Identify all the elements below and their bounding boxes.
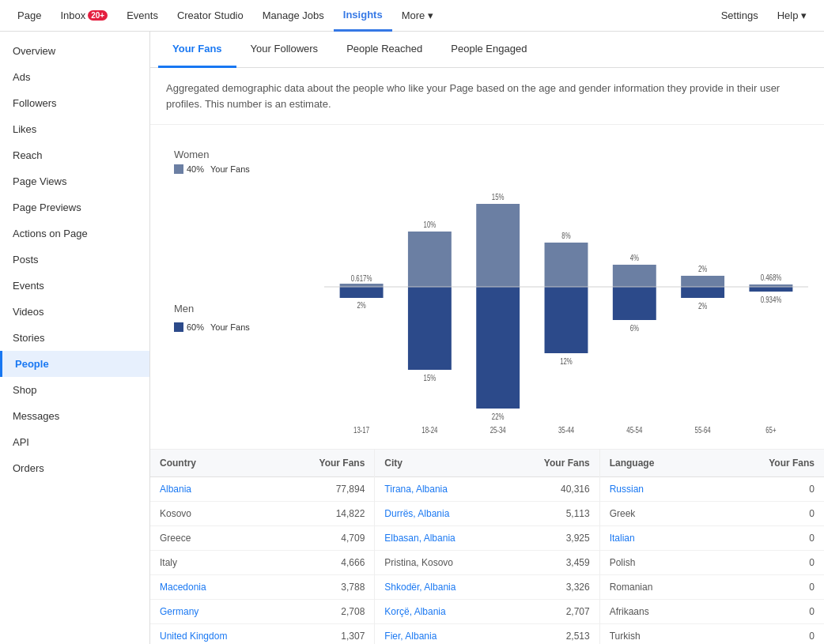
city-cell[interactable]: Tirana, Albania — [375, 477, 505, 502]
svg-rect-20 — [613, 265, 656, 287]
sidebar-item-people[interactable]: People — [0, 351, 149, 377]
city-cell[interactable]: Korçë, Albania — [375, 600, 505, 624]
table-row: Pristina, Kosovo3,459 — [375, 551, 599, 575]
svg-rect-25 — [681, 276, 724, 287]
language-cell: Greek — [600, 502, 712, 526]
country-cell: Greece — [150, 526, 297, 551]
language-table: Language Your Fans Russian0Greek0Italian… — [600, 450, 824, 644]
sidebar-item-messages[interactable]: Messages — [0, 403, 149, 429]
table-row: Macedonia3,788 — [150, 575, 374, 600]
table-row: Tirana, Albania40,316 — [375, 477, 599, 502]
svg-rect-0 — [340, 284, 384, 287]
table-row: Afrikaans0 — [600, 600, 824, 624]
sidebar-item-likes[interactable]: Likes — [0, 116, 149, 142]
fans-cell: 0 — [712, 526, 824, 551]
fans-cell: 2,513 — [505, 624, 599, 645]
sidebar-item-overview[interactable]: Overview — [0, 38, 149, 64]
tab-your-followers[interactable]: Your Followers — [236, 32, 333, 68]
country-cell[interactable]: Albania — [150, 477, 297, 502]
table-row: Germany2,708 — [150, 600, 374, 624]
nav-page[interactable]: Page — [8, 0, 51, 32]
city-cell[interactable]: Fier, Albania — [375, 624, 505, 645]
country-cell[interactable]: United Kingdom — [150, 624, 297, 645]
table-row: Fier, Albania2,513 — [375, 624, 599, 645]
sidebar-item-api[interactable]: API — [0, 429, 149, 455]
language-cell[interactable]: Italian — [600, 526, 712, 551]
svg-text:18-24: 18-24 — [421, 426, 437, 435]
table-row: Durrës, Albania5,113 — [375, 502, 599, 526]
table-row: Albania77,894 — [150, 477, 374, 502]
language-table-block: Language Your Fans Russian0Greek0Italian… — [600, 450, 824, 644]
nav-insights[interactable]: Insights — [334, 0, 392, 32]
bar-chart-svg: 0.617% 2% 13-17 10% 15% 18-24 — [324, 133, 808, 441]
fans-cell: 1,307 — [297, 624, 374, 645]
table-row: Russian0 — [600, 477, 824, 502]
nav-help[interactable]: Help ▾ — [768, 0, 816, 32]
sidebar-item-followers[interactable]: Followers — [0, 90, 149, 116]
city-cell[interactable]: Durrës, Albania — [375, 502, 505, 526]
svg-rect-12 — [476, 287, 520, 409]
sidebar-item-events[interactable]: Events — [0, 273, 149, 299]
language-cell: Afrikaans — [600, 600, 712, 624]
women-legend-box — [174, 164, 183, 174]
city-cell[interactable]: Elbasan, Albania — [375, 526, 505, 551]
svg-text:2%: 2% — [698, 265, 707, 273]
language-cell[interactable]: Russian — [600, 477, 712, 502]
fans-cell: 3,326 — [505, 575, 599, 600]
fans-cell: 0 — [712, 575, 824, 600]
svg-text:12%: 12% — [560, 357, 573, 366]
nav-more[interactable]: More ▾ — [392, 0, 443, 32]
women-sub: Your Fans — [210, 164, 250, 174]
svg-rect-32 — [749, 287, 792, 292]
content-inner: Your Fans Your Followers People Reached … — [150, 32, 824, 644]
svg-text:15%: 15% — [424, 374, 437, 382]
svg-text:0.468%: 0.468% — [761, 273, 782, 282]
table-row: Kosovo14,822 — [150, 502, 374, 526]
country-cell[interactable]: Macedonia — [150, 575, 297, 600]
demographics-chart-area: Women 40% Your Fans Men 60% Your — [150, 125, 824, 449]
sidebar-item-page-views[interactable]: Page Views — [0, 168, 149, 194]
sidebar-item-actions-on-page[interactable]: Actions on Page — [0, 220, 149, 247]
svg-text:15%: 15% — [492, 193, 505, 201]
country-cell[interactable]: Germany — [150, 600, 297, 624]
sidebar-item-reach[interactable]: Reach — [0, 142, 149, 168]
table-row: Italian0 — [600, 526, 824, 551]
women-percent: 40% — [187, 164, 204, 174]
table-row: United Kingdom1,307 — [150, 624, 374, 645]
nav-manage-jobs[interactable]: Manage Jobs — [253, 0, 334, 32]
svg-rect-7 — [408, 287, 452, 370]
content-area: Your Fans Your Followers People Reached … — [150, 32, 824, 644]
fans-cell: 77,894 — [297, 477, 374, 502]
sidebar-item-posts[interactable]: Posts — [0, 247, 149, 273]
men-percent: 60% — [187, 322, 204, 332]
sidebar-item-stories[interactable]: Stories — [0, 325, 149, 351]
country-table-block: Country Your Fans Albania77,894Kosovo14,… — [150, 450, 375, 644]
tab-people-reached[interactable]: People Reached — [332, 32, 437, 68]
sidebar-item-videos[interactable]: Videos — [0, 299, 149, 325]
men-legend-box — [174, 322, 183, 332]
fans-cell: 2,708 — [297, 600, 374, 624]
table-row: Romanian0 — [600, 575, 824, 600]
language-cell: Polish — [600, 551, 712, 575]
fans-cell: 14,822 — [297, 502, 374, 526]
city-cell: Pristina, Kosovo — [375, 551, 505, 575]
table-row: Italy4,666 — [150, 551, 374, 575]
nav-events[interactable]: Events — [117, 0, 168, 32]
nav-creator-studio[interactable]: Creator Studio — [168, 0, 253, 32]
nav-inbox[interactable]: Inbox 20+ — [51, 0, 117, 32]
svg-text:0.617%: 0.617% — [351, 274, 372, 283]
tab-your-fans[interactable]: Your Fans — [158, 32, 236, 68]
svg-text:35-44: 35-44 — [558, 426, 574, 435]
svg-rect-15 — [545, 243, 588, 287]
sidebar-item-ads[interactable]: Ads — [0, 64, 149, 90]
sidebar-item-page-previews[interactable]: Page Previews — [0, 194, 149, 220]
city-cell[interactable]: Shkodër, Albania — [375, 575, 505, 600]
sidebar-item-orders[interactable]: Orders — [0, 455, 149, 481]
sidebar-item-shop[interactable]: Shop — [0, 377, 149, 403]
nav-settings[interactable]: Settings — [712, 0, 768, 32]
tab-people-engaged[interactable]: People Engaged — [437, 32, 541, 68]
svg-rect-22 — [613, 287, 656, 320]
women-legend: 40% Your Fans — [174, 164, 250, 174]
country-table: Country Your Fans Albania77,894Kosovo14,… — [150, 450, 374, 644]
svg-rect-2 — [340, 287, 384, 298]
